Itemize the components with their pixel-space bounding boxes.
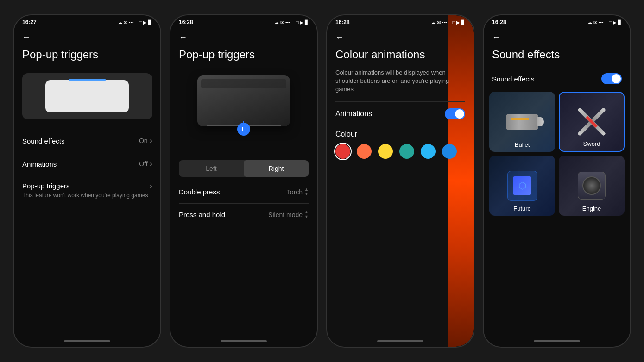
status-icons-4: ☁ ✉ ••• □ ▶ ▊ — [587, 20, 622, 25]
device-image-1 — [22, 73, 152, 119]
double-press-row[interactable]: Double press Torch ▲ ▼ — [170, 181, 317, 203]
future-chip: ⬡ — [507, 171, 537, 201]
status-time-2: 16:28 — [179, 19, 193, 25]
animations-row[interactable]: Animations — [327, 102, 474, 126]
status-bar-2: 16:28 ☁ ✉ ••• □ ▶ ▊ — [170, 15, 317, 27]
sound-effects-value: On › — [139, 137, 152, 145]
phone-1: 16:27 ☁ ✉ ••• □ ▶ ▊ ← Pop-up triggers So… — [13, 14, 161, 348]
engine-bg: Engine — [559, 156, 625, 216]
bullet-label: Bullet — [515, 141, 530, 148]
engine-label: Engine — [582, 205, 601, 212]
l-indicator: L — [237, 123, 250, 136]
sound-toggle-knob — [612, 74, 621, 83]
phone-4: 16:28 ☁ ✉ ••• □ ▶ ▊ ← Sound effects Soun… — [483, 14, 631, 348]
sound-grid: Bullet Sword — [484, 92, 630, 216]
phone-3: 16:28 ☁ ✉ ••• □ ▶ ▊ ← Colour animations … — [326, 14, 474, 348]
home-indicator-3 — [377, 340, 423, 342]
double-press-label: Double press — [179, 188, 220, 196]
status-time-1: 16:27 — [22, 19, 37, 25]
bullet-nose — [537, 117, 544, 126]
animations-label: Animations — [22, 160, 57, 168]
tab-group: Left Right — [179, 160, 309, 177]
sound-effects-label: Sound effects — [22, 137, 64, 145]
colour-dot-red[interactable] — [335, 144, 350, 159]
status-time-3: 16:28 — [335, 19, 350, 25]
colour-dot-lightblue[interactable] — [421, 144, 436, 159]
sound-effects-toggle[interactable] — [601, 73, 622, 84]
future-card[interactable]: ⬡ Future — [489, 156, 555, 216]
back-button-2[interactable]: ← — [170, 27, 317, 44]
colour-dot-teal[interactable] — [399, 144, 414, 159]
chevron-icon-2: › — [150, 160, 152, 168]
up-down-icon: ▲ ▼ — [304, 187, 309, 197]
bullet-card[interactable]: Bullet — [489, 92, 555, 152]
press-hold-label: Press and hold — [179, 211, 225, 218]
sword-card[interactable]: Sword — [559, 92, 625, 152]
press-hold-value: Silent mode ▲ ▼ — [268, 210, 309, 219]
device-highlight — [69, 79, 106, 81]
status-icons-1: ☁ ✉ ••• □ ▶ ▊ — [118, 20, 152, 25]
home-indicator-2 — [221, 340, 267, 342]
colour-dot-blue[interactable] — [442, 144, 457, 159]
sound-effects-item[interactable]: Sound effects On › — [14, 129, 160, 152]
status-bar-4: 16:28 ☁ ✉ ••• □ ▶ ▊ — [484, 15, 630, 27]
bullet-icon — [506, 114, 538, 130]
home-indicator-1 — [64, 340, 110, 342]
page-title-4: Sound effects — [484, 44, 630, 69]
bullet-bg: Bullet — [489, 92, 555, 152]
toggle-knob — [455, 109, 464, 119]
device-rect — [45, 80, 129, 112]
circuit-icon: ⬡ — [518, 180, 526, 191]
animations-setting-label: Animations — [335, 110, 372, 118]
animations-item[interactable]: Animations Off › — [14, 152, 160, 175]
status-icons-3: ☁ ✉ ••• □ ▶ ▊ — [431, 20, 465, 25]
future-bg: ⬡ Future — [489, 156, 555, 216]
popup-triggers-item[interactable]: Pop-up triggers This feature won't work … — [14, 175, 160, 206]
sword-icon — [573, 103, 610, 140]
press-hold-row[interactable]: Press and hold Silent mode ▲ ▼ — [170, 204, 317, 226]
sword-bg: Sword — [560, 93, 624, 151]
up-down-icon-2: ▲ ▼ — [304, 210, 309, 219]
animations-value: Off › — [139, 160, 152, 168]
sound-toggle-label: Sound effects — [492, 75, 534, 83]
colour-dot-orange[interactable] — [357, 144, 372, 159]
page-title-3: Colour animations — [327, 44, 474, 69]
popup-triggers-title: Pop-up triggers — [22, 182, 148, 190]
chevron-icon-1: › — [150, 137, 152, 145]
phone3-content: 16:28 ☁ ✉ ••• □ ▶ ▊ ← Colour animations … — [327, 15, 474, 347]
status-bar-1: 16:27 ☁ ✉ ••• □ ▶ ▊ — [14, 15, 160, 27]
engine-cylinder — [578, 172, 606, 200]
future-label: Future — [513, 205, 531, 212]
status-icons-2: ☁ ✉ ••• □ ▶ ▊ — [274, 20, 309, 25]
double-press-value: Torch ▲ ▼ — [287, 187, 309, 197]
tab-left[interactable]: Left — [179, 160, 244, 177]
device-3d-area: L — [179, 69, 309, 143]
colour-label: Colour — [327, 126, 474, 144]
colour-dots-container — [327, 144, 474, 159]
sword-label: Sword — [583, 140, 600, 147]
back-button-1[interactable]: ← — [14, 27, 160, 44]
status-bar-3: 16:28 ☁ ✉ ••• □ ▶ ▊ — [327, 15, 474, 27]
engine-lens — [582, 176, 601, 195]
sound-toggle-row[interactable]: Sound effects — [484, 69, 630, 92]
future-chip-inner: ⬡ — [513, 176, 531, 195]
bullet-detail — [511, 118, 529, 120]
chevron-icon-3: › — [150, 182, 152, 190]
sword-x — [573, 103, 610, 140]
back-button-4[interactable]: ← — [484, 27, 630, 44]
animations-toggle[interactable] — [445, 108, 465, 119]
page-title-2: Pop-up triggers — [170, 44, 317, 69]
back-button-3[interactable]: ← — [327, 27, 474, 44]
subtitle-3: Colour animations will be displayed when… — [327, 69, 474, 101]
engine-card[interactable]: Engine — [559, 156, 625, 216]
phone-2: 16:28 ☁ ✉ ••• □ ▶ ▊ ← Pop-up triggers — [170, 14, 318, 348]
popup-triggers-desc: This feature won't work when you're play… — [22, 192, 148, 200]
tab-right[interactable]: Right — [244, 160, 309, 177]
home-indicator-4 — [534, 340, 580, 342]
status-time-4: 16:28 — [492, 19, 506, 25]
page-title-1: Pop-up triggers — [14, 44, 160, 69]
colour-dot-yellow[interactable] — [378, 144, 393, 159]
